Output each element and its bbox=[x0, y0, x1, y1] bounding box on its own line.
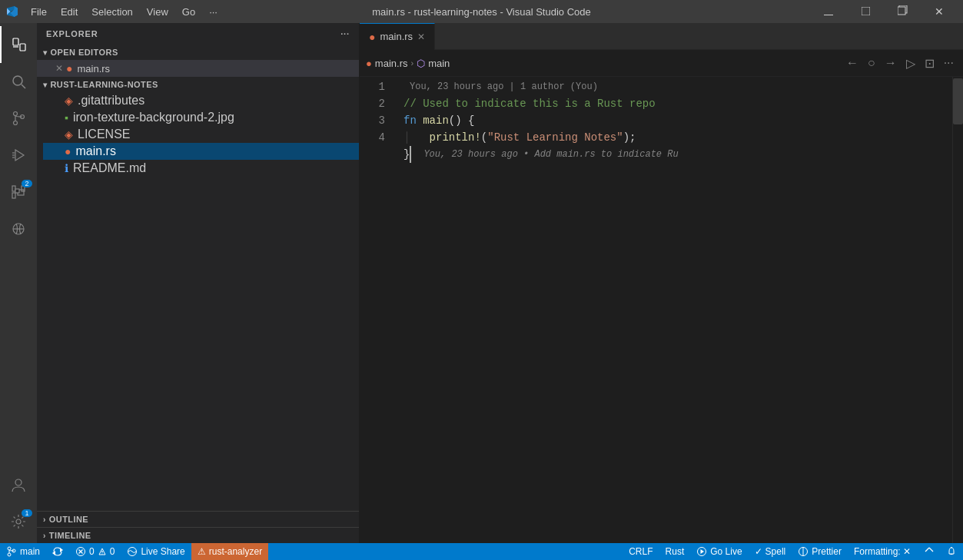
status-rust-analyzer[interactable]: ⚠ rust-analyzer bbox=[191, 543, 268, 560]
breadcrumb-symbol[interactable]: main bbox=[428, 58, 450, 69]
code-punc-close: ); bbox=[623, 129, 636, 146]
license-icon: ◈ bbox=[65, 128, 73, 141]
activity-settings[interactable]: 1 bbox=[0, 503, 37, 540]
file-main-rs[interactable]: ● main.rs bbox=[43, 143, 359, 160]
live-share-text: Live Share bbox=[141, 546, 184, 557]
window-title: main.rs - rust-learning-notes - Visual S… bbox=[372, 6, 590, 18]
svg-point-24 bbox=[15, 479, 22, 485]
code-line-4: } You, 23 hours ago • Add main.rs to ind… bbox=[403, 146, 943, 163]
status-crlf[interactable]: CRLF bbox=[623, 543, 659, 560]
outline-section: › OUTLINE bbox=[37, 511, 359, 527]
line-numbers: 1 2 3 4 bbox=[360, 77, 394, 543]
breadcrumb: ● main.rs › ⬡ main bbox=[366, 58, 450, 69]
language-text: Rust bbox=[666, 546, 685, 557]
code-line-1: // Used to indicate this is a Rust repo bbox=[403, 95, 943, 112]
status-sync[interactable] bbox=[46, 543, 69, 560]
status-bell[interactable] bbox=[940, 543, 963, 560]
svg-marker-39 bbox=[701, 549, 705, 554]
rust-analyzer-text: rust-analyzer bbox=[209, 546, 262, 557]
close-button[interactable]: ✕ bbox=[921, 0, 957, 23]
svg-point-26 bbox=[8, 547, 11, 550]
open-changes-button[interactable]: ▷ bbox=[903, 53, 918, 74]
activity-source-control[interactable] bbox=[0, 100, 37, 137]
code-line-3: │ println! ( "Rust Learning Notes" ); bbox=[403, 129, 943, 146]
breadcrumb-separator: › bbox=[410, 58, 413, 68]
svg-rect-5 bbox=[20, 44, 25, 51]
activity-run-debug[interactable] bbox=[0, 137, 37, 174]
scrollbar-thumb[interactable] bbox=[953, 78, 963, 124]
code-punc-brace-close: } bbox=[403, 146, 410, 163]
minimize-button[interactable] bbox=[811, 0, 846, 23]
warnings-count: 0 bbox=[110, 546, 115, 557]
iron-texture-label: iron-texture-background-2.jpg bbox=[73, 111, 234, 124]
titlebar-left: File Edit Selection View Go ··· bbox=[6, 5, 224, 19]
tab-close-icon[interactable]: ✕ bbox=[417, 31, 425, 42]
code-comment-1: // Used to indicate this is a Rust repo bbox=[403, 95, 656, 112]
rust-main-icon: ● bbox=[65, 145, 71, 157]
activity-extensions[interactable]: 2 bbox=[0, 174, 37, 210]
editor-toolbar: ● main.rs › ⬡ main ← ○ → ▷ ⊡ ··· bbox=[360, 50, 963, 77]
warning-icon: ⚠ bbox=[198, 546, 206, 557]
file-readme[interactable]: ℹ README.md bbox=[43, 160, 359, 177]
close-editor-icon[interactable]: ✕ bbox=[55, 63, 63, 74]
go-forward-button-2[interactable]: → bbox=[882, 53, 900, 73]
formatting-text: Formatting: ✕ bbox=[854, 546, 911, 557]
svg-rect-21 bbox=[15, 189, 19, 193]
status-formatting[interactable]: Formatting: ✕ bbox=[848, 543, 917, 560]
status-live-share[interactable]: Live Share bbox=[121, 543, 191, 560]
maximize-button[interactable] bbox=[848, 0, 883, 23]
menu-go[interactable]: Go bbox=[176, 5, 201, 19]
license-label: LICENSE bbox=[78, 128, 130, 141]
open-editors-chevron: ▾ bbox=[43, 48, 47, 57]
open-editors-section: ▾ OPEN EDITORS ✕ ● main.rs bbox=[37, 45, 359, 77]
status-spell[interactable]: ✓ Spell bbox=[749, 543, 792, 560]
status-notifications[interactable] bbox=[917, 543, 940, 560]
svg-rect-18 bbox=[12, 186, 15, 191]
file-gitattributes[interactable]: ◈ .gitattributes bbox=[43, 92, 359, 109]
status-prettier[interactable]: Prettier bbox=[792, 543, 848, 560]
sidebar-spacer bbox=[37, 177, 359, 511]
restore-button[interactable] bbox=[885, 0, 920, 23]
outline-header[interactable]: › OUTLINE bbox=[37, 512, 359, 527]
code-string: "Rust Learning Notes" bbox=[487, 129, 623, 146]
activity-accounts[interactable] bbox=[0, 466, 37, 503]
status-go-live[interactable]: Go Live bbox=[690, 543, 748, 560]
open-editors-label: OPEN EDITORS bbox=[50, 48, 118, 57]
menu-edit[interactable]: Edit bbox=[55, 5, 84, 19]
code-keyword-fn: fn bbox=[403, 112, 417, 129]
spell-text: Spell bbox=[765, 546, 786, 557]
errors-count: 0 bbox=[89, 546, 95, 557]
menu-selection[interactable]: Selection bbox=[85, 5, 138, 19]
readme-label: README.md bbox=[73, 161, 146, 175]
file-license[interactable]: ◈ LICENSE bbox=[43, 126, 359, 143]
activity-remote[interactable] bbox=[0, 210, 37, 247]
open-editors-header[interactable]: ▾ OPEN EDITORS bbox=[37, 45, 359, 60]
sidebar: EXPLORER ··· ▾ OPEN EDITORS ✕ ● main.rs … bbox=[37, 23, 360, 543]
file-iron-texture[interactable]: ▪ iron-texture-background-2.jpg bbox=[43, 109, 359, 126]
timeline-header[interactable]: › TIMELINE bbox=[37, 528, 359, 543]
svg-point-27 bbox=[8, 553, 11, 556]
code-content[interactable]: You, 23 hours ago | 1 author (You) // Us… bbox=[394, 77, 952, 543]
activity-search[interactable] bbox=[0, 63, 37, 100]
git-blame-header-text: You, 23 hours ago | 1 author (You) bbox=[410, 78, 598, 95]
menu-file[interactable]: File bbox=[25, 5, 53, 19]
editor-tab-main-rs[interactable]: ● main.rs ✕ bbox=[360, 23, 435, 50]
open-editor-main-rs[interactable]: ✕ ● main.rs bbox=[37, 60, 359, 77]
sidebar-more-icon[interactable]: ··· bbox=[340, 29, 350, 38]
status-language[interactable]: Rust bbox=[659, 543, 691, 560]
line-num-1: 1 bbox=[369, 78, 385, 95]
more-actions-button[interactable]: ··· bbox=[941, 53, 957, 73]
project-section-header[interactable]: ▾ RUST-LEARNING-NOTES bbox=[37, 77, 359, 92]
status-branch[interactable]: main bbox=[0, 543, 46, 560]
go-forward-button-1[interactable]: ○ bbox=[865, 53, 878, 73]
scrollbar-area[interactable] bbox=[952, 77, 963, 543]
split-editor-button[interactable]: ⊡ bbox=[921, 53, 938, 74]
gitattributes-label: .gitattributes bbox=[78, 94, 144, 108]
go-back-button[interactable]: ← bbox=[843, 53, 862, 73]
project-chevron: ▾ bbox=[43, 81, 47, 89]
menu-more[interactable]: ··· bbox=[203, 5, 224, 19]
activity-explorer[interactable] bbox=[0, 26, 37, 63]
breadcrumb-file[interactable]: main.rs bbox=[375, 58, 408, 69]
menu-view[interactable]: View bbox=[141, 5, 174, 19]
status-errors[interactable]: 0 0 bbox=[69, 543, 121, 560]
